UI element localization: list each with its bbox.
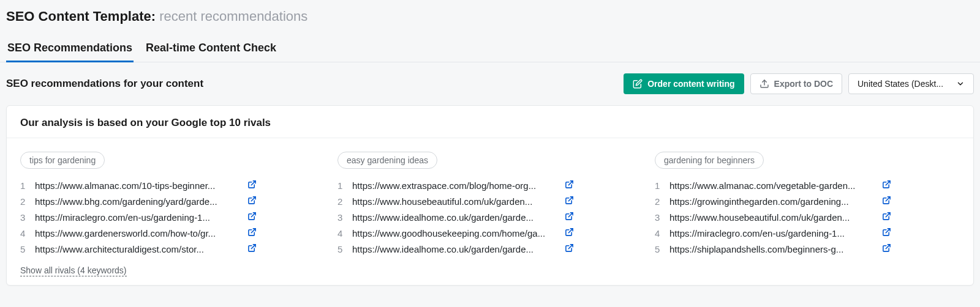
rival-url: https://www.idealhome.co.uk/garden/garde… (352, 212, 557, 223)
show-all-label: Show all rivals (4 keywords) (20, 265, 127, 275)
rival-index: 1 (655, 180, 662, 191)
external-link-icon[interactable] (247, 227, 257, 239)
rival-column: easy gardening ideas 1https://www.extras… (337, 152, 643, 257)
breadcrumb-sub: recent recommendations (159, 9, 307, 24)
rival-index: 3 (337, 212, 345, 223)
show-all-rivals-link[interactable]: Show all rivals (4 keywords) (20, 265, 127, 276)
rival-index: 3 (20, 212, 28, 223)
tab-seo-recommendations[interactable]: SEO Recommendations (6, 37, 134, 62)
rival-column: gardening for beginners 1https://www.alm… (655, 152, 960, 257)
rival-row: 1https://www.extraspace.com/blog/home-or… (337, 177, 643, 193)
svg-line-6 (568, 181, 573, 185)
svg-line-9 (568, 229, 573, 233)
external-link-icon[interactable] (247, 180, 257, 191)
keyword-pill[interactable]: easy gardening ideas (337, 152, 437, 169)
external-link-icon[interactable] (882, 196, 891, 207)
order-content-writing-button[interactable]: Order content writing (624, 73, 744, 94)
rival-url: https://shiplapandshells.com/beginners-g… (669, 244, 875, 254)
rival-index: 5 (20, 244, 28, 254)
controls: Order content writing Export to DOC Unit… (624, 73, 974, 94)
tabs: SEO Recommendations Real-time Content Ch… (0, 37, 980, 62)
rival-column: tips for gardening 1https://www.almanac.… (20, 152, 325, 257)
external-link-icon[interactable] (882, 227, 891, 239)
svg-line-5 (251, 245, 255, 249)
svg-line-2 (251, 197, 255, 201)
region-select[interactable]: United States (Deskt... (848, 73, 974, 94)
rival-url: https://miraclegro.com/en-us/gardening-1… (669, 228, 875, 239)
upload-icon (760, 79, 769, 89)
svg-line-13 (886, 213, 890, 217)
rival-row: 4https://www.gardenersworld.com/how-to/g… (20, 225, 325, 241)
rival-row: 4https://miraclegro.com/en-us/gardening-… (655, 225, 960, 241)
rival-url: https://www.almanac.com/vegetable-garden… (669, 180, 875, 191)
rival-row: 2https://www.bhg.com/gardening/yard/gard… (20, 193, 325, 209)
external-link-icon[interactable] (565, 180, 574, 191)
rival-row: 3https://miraclegro.com/en-us/gardening-… (20, 209, 325, 225)
external-link-icon[interactable] (565, 227, 574, 239)
rival-index: 5 (655, 244, 662, 254)
rival-index: 5 (337, 244, 345, 254)
svg-line-3 (251, 213, 255, 217)
external-link-icon[interactable] (247, 196, 257, 207)
button-label: Order content writing (647, 79, 734, 89)
rival-list: 1https://www.almanac.com/vegetable-garde… (655, 177, 960, 257)
rival-url: https://www.housebeautiful.com/uk/garden… (352, 196, 557, 207)
rivals-card: Our analysis is based on your Google top… (6, 105, 974, 286)
rival-url: https://www.bhg.com/gardening/yard/garde… (35, 196, 240, 207)
rival-row: 3https://www.idealhome.co.uk/garden/gard… (337, 209, 643, 225)
tab-realtime-content-check[interactable]: Real-time Content Check (145, 37, 277, 62)
rival-url: https://growinginthegarden.com/gardening… (669, 196, 875, 207)
external-link-icon[interactable] (565, 212, 574, 223)
rival-row: 3https://www.housebeautiful.com/uk/garde… (655, 209, 960, 225)
rival-url: https://miraclegro.com/en-us/gardening-1… (35, 212, 240, 223)
svg-line-7 (568, 197, 573, 201)
svg-line-11 (886, 181, 890, 185)
external-link-icon[interactable] (565, 196, 574, 207)
rival-index: 2 (337, 196, 345, 207)
svg-line-8 (568, 213, 573, 217)
rival-index: 1 (337, 180, 345, 191)
keyword-pill[interactable]: gardening for beginners (655, 152, 764, 169)
select-value: United States (Deskt... (858, 79, 943, 89)
external-link-icon[interactable] (565, 243, 574, 254)
card-title: Our analysis is based on your Google top… (7, 106, 973, 138)
rival-index: 4 (20, 228, 28, 239)
external-link-icon[interactable] (247, 212, 257, 223)
svg-line-12 (886, 197, 890, 201)
breadcrumb: SEO Content Template: recent recommendat… (0, 0, 980, 37)
rival-url: https://www.extraspace.com/blog/home-org… (352, 180, 557, 191)
keyword-label: tips for gardening (29, 155, 96, 165)
keyword-label: easy gardening ideas (347, 155, 428, 165)
external-link-icon[interactable] (247, 243, 257, 254)
rival-row: 1https://www.almanac.com/10-tips-beginne… (20, 177, 325, 193)
rival-index: 2 (20, 196, 28, 207)
keyword-pill[interactable]: tips for gardening (20, 152, 105, 169)
subheader: SEO recommendations for your content Ord… (0, 62, 980, 105)
rival-url: https://www.idealhome.co.uk/garden/garde… (352, 244, 557, 254)
button-label: Export to DOC (774, 79, 833, 89)
rival-index: 2 (655, 196, 662, 207)
export-to-doc-button[interactable]: Export to DOC (750, 73, 842, 94)
external-link-icon[interactable] (882, 243, 891, 254)
edit-icon (633, 79, 643, 89)
rival-index: 1 (20, 180, 28, 191)
svg-line-14 (886, 229, 890, 233)
keyword-label: gardening for beginners (664, 155, 755, 165)
tab-label: Real-time Content Check (146, 42, 276, 54)
rival-row: 5https://shiplapandshells.com/beginners-… (655, 241, 960, 257)
breadcrumb-title: SEO Content Template: (6, 9, 156, 24)
rival-index: 3 (655, 212, 662, 223)
rival-list: 1https://www.extraspace.com/blog/home-or… (337, 177, 643, 257)
external-link-icon[interactable] (882, 212, 891, 223)
rival-index: 4 (337, 228, 345, 239)
section-title: SEO recommendations for your content (6, 78, 203, 90)
svg-line-1 (251, 181, 255, 185)
svg-line-10 (568, 245, 573, 249)
external-link-icon[interactable] (882, 180, 891, 191)
rival-row: 5https://www.idealhome.co.uk/garden/gard… (337, 241, 643, 257)
chevron-down-icon (956, 80, 965, 88)
rival-url: https://www.housebeautiful.com/uk/garden… (669, 212, 875, 223)
rival-row: 4https://www.goodhousekeeping.com/home/g… (337, 225, 643, 241)
rival-url: https://www.almanac.com/10-tips-beginner… (35, 180, 240, 191)
rival-row: 5https://www.architecturaldigest.com/sto… (20, 241, 325, 257)
